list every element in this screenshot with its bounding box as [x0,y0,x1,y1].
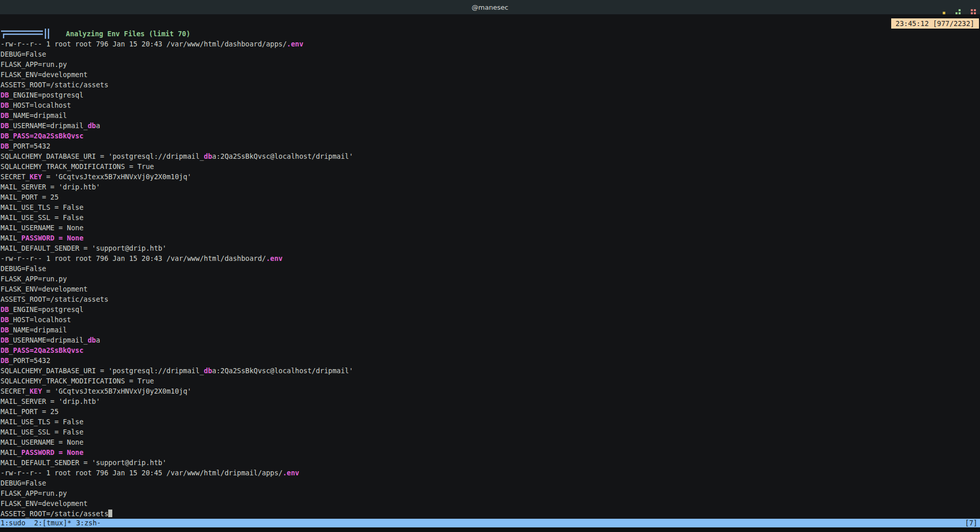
highlighted-text: db [204,152,212,160]
terminal-text: -rw-r--r-- 1 root root 796 Jan 15 20:43 … [1,254,266,262]
terminal-line: DEBUG=False [1,263,980,274]
highlighted-text: DB [1,91,9,99]
terminal-line: DB_NAME=dripmail [1,325,980,335]
terminal-line: MAIL_USE_SSL = False [1,212,980,223]
terminal-text: MAIL_DEFAULT_SENDER = 'support@drip.htb' [1,458,166,467]
terminal-text: MAIL_USE_TLS = False [1,203,84,211]
terminal-line: MAIL_DEFAULT_SENDER = 'support@drip.htb' [1,243,980,253]
terminal-line: DB_HOST=localhost [1,315,980,325]
terminal-line: MAIL_SERVER = 'drip.htb' [1,396,980,406]
highlighted-text: db [88,122,96,130]
terminal-text: SECRET_ [1,387,30,395]
terminal-line: DB_PASS=2Qa2SsBkQvsc [1,345,980,355]
highlighted-text: DB [1,346,9,354]
terminal-text: _HOST=localhost [9,101,71,109]
red-indicator-icon[interactable] [971,9,976,14]
terminal-text: SQLALCHEMY_TRACK_MODIFICATIONS = True [1,377,154,385]
terminal-line: ASSETS_ROOT=/static/assets [1,509,980,519]
highlighted-text: DB [1,132,9,140]
terminal-text: a:2Qa2SsBkQvsc@localhost/dripmail' [212,367,353,375]
terminal-text: SQLALCHEMY_TRACK_MODIFICATIONS = True [1,162,154,171]
highlighted-text: PASSWORD = None [21,234,84,242]
terminal-line: DEBUG=False [1,478,980,488]
highlighted-text: DB [1,336,9,344]
terminal-line: MAIL_DEFAULT_SENDER = 'support@drip.htb' [1,457,980,468]
terminal-text: a:2Qa2SsBkQvsc@localhost/dripmail' [212,152,353,160]
terminal-text: FLASK_APP=run.py [1,489,67,497]
terminal-line: DB_NAME=dripmail [1,110,980,120]
tmux-status-bar: 1:sudo2:[tmux]*3:zsh- [7] [0,519,980,527]
terminal[interactable]: 23:45:12 [977/2232] Analyzing Env Files … [0,14,980,519]
terminal-line: SQLALCHEMY_DATABASE_URI = 'postgresql://… [1,151,980,161]
highlighted-text: DB [1,316,9,324]
yellow-indicator-icon[interactable] [943,12,945,14]
terminal-line: -rw-r--r-- 1 root root 796 Jan 15 20:43 … [1,39,980,49]
tmux-window-1[interactable]: 1:sudo [1,519,26,527]
terminal-text: _USERNAME=dripmail_ [9,336,87,344]
terminal-line: DB_USERNAME=dripmail_dba [1,120,980,131]
green-indicator-icon[interactable] [955,9,961,14]
terminal-line: MAIL_PASSWORD = None [1,233,980,243]
terminal-text: SQLALCHEMY_DATABASE_URI = 'postgresql://… [1,367,204,375]
terminal-text: DEBUG=False [1,50,46,58]
terminal-text: FLASK_ENV=development [1,285,88,293]
terminal-text: MAIL_USERNAME = None [1,438,84,446]
terminal-text: -rw-r--r-- 1 root root 796 Jan 15 20:45 … [1,469,283,477]
terminal-text: _ENGINE=postgresql [9,91,83,99]
terminal-text: MAIL_PORT = 25 [1,193,59,201]
highlighted-text: PASSWORD = None [21,448,84,456]
highlighted-text: PASS=2Qa2SsBkQvsc [13,346,83,354]
terminal-text: MAIL_DEFAULT_SENDER = 'support@drip.htb' [1,244,166,252]
highlighted-text: DB [1,356,9,365]
terminal-text: MAIL_SERVER = 'drip.htb' [1,397,100,405]
terminal-line: SQLALCHEMY_TRACK_MODIFICATIONS = True [1,161,980,172]
terminal-text: MAIL_ [1,448,21,456]
tmux-windows: 1:sudo2:[tmux]*3:zsh- [1,519,106,527]
terminal-line: MAIL_PORT = 25 [1,406,980,417]
tmux-window-3[interactable]: 3:zsh- [76,519,101,527]
terminal-text: _HOST=localhost [9,316,71,324]
header-line: Analyzing Env Files (limit 70) [1,29,980,39]
highlighted-text: db [88,336,96,344]
terminal-lines: -rw-r--r-- 1 root root 796 Jan 15 20:43 … [1,39,980,519]
highlighted-text: KEY [30,387,42,395]
terminal-text: SECRET_ [1,173,30,181]
tmux-window-2[interactable]: 2:[tmux]* [34,519,71,527]
highlighted-text: KEY [30,173,42,181]
terminal-line: MAIL_USE_TLS = False [1,202,980,212]
highlighted-text: DB [1,305,9,313]
terminal-line: DB_PORT=5432 [1,141,980,151]
terminal-text: MAIL_USE_SSL = False [1,213,84,222]
terminal-cursor [108,510,112,517]
terminal-text: -rw-r--r-- 1 root root 796 Jan 15 20:43 … [1,40,287,48]
screen: @manesec 23:45:12 [977/2232] [0,0,980,532]
terminal-text: DEBUG=False [1,264,46,273]
terminal-text: MAIL_SERVER = 'drip.htb' [1,183,100,191]
terminal-line: FLASK_ENV=development [1,284,980,294]
terminal-text: _PORT=5432 [9,356,50,365]
tmux-session-indicator: [7] [965,519,977,527]
clock-line: 23:45:12 [977/2232] [1,18,980,29]
terminal-line: FLASK_ENV=development [1,498,980,509]
terminal-line: FLASK_APP=run.py [1,488,980,498]
terminal-text: _ENGINE=postgresql [9,305,83,313]
terminal-line: MAIL_PORT = 25 [1,192,980,202]
highlighted-text: .env [266,254,283,262]
terminal-text: = 'GCqtvsJtexx5B7xHNVxVj0y2X0m10jq' [42,173,191,181]
terminal-line: SECRET_KEY = 'GCqtvsJtexx5B7xHNVxVj0y2X0… [1,386,980,396]
terminal-text: FLASK_ENV=development [1,70,88,79]
terminal-text: ASSETS_ROOT=/static/assets [1,81,108,89]
terminal-line: -rw-r--r-- 1 root root 796 Jan 15 20:45 … [1,468,980,478]
terminal-text: MAIL_USE_SSL = False [1,428,84,436]
terminal-text: a [96,336,100,344]
highlighted-text: .env [287,40,304,48]
terminal-text: ASSETS_ROOT=/static/assets [1,510,108,518]
terminal-line: DB_USERNAME=dripmail_dba [1,335,980,345]
terminal-text: FLASK_APP=run.py [1,60,67,68]
terminal-line: FLASK_ENV=development [1,69,980,80]
terminal-line: SQLALCHEMY_TRACK_MODIFICATIONS = True [1,376,980,386]
terminal-text: _NAME=dripmail [9,326,67,334]
terminal-line: DB_HOST=localhost [1,100,980,110]
terminal-text: MAIL_PORT = 25 [1,407,59,416]
system-tray [943,0,976,17]
